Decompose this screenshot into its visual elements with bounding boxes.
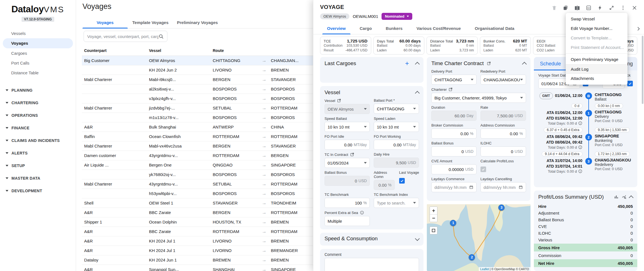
calendar-icon[interactable] xyxy=(518,185,523,189)
field-tc-benchmark-index[interactable]: Type to search. xyxy=(374,198,419,208)
collapse-pnl-icon[interactable] xyxy=(629,195,633,200)
external-link-icon[interactable] xyxy=(350,152,354,157)
tab-schedule[interactable]: Schedule xyxy=(534,57,567,70)
field-speed-laden[interactable]: 10 kn 10 mt xyxy=(374,122,419,132)
line-chart-icon[interactable] xyxy=(622,194,627,199)
expand-speed-consumption-icon[interactable] xyxy=(415,236,420,241)
field-cve-amount[interactable]: 0.00000USD xyxy=(431,164,476,174)
copy-icon[interactable] xyxy=(563,5,569,11)
sidebar-item-port-calls[interactable]: Port Calls xyxy=(0,58,76,68)
search-field[interactable] xyxy=(87,34,158,39)
sidebar-item-cargoes[interactable]: Cargoes xyxy=(0,48,76,58)
field-fo-port-working[interactable]: 0.00MT/day xyxy=(374,140,419,150)
app-root: DataloyVMS V7.12.0-STAGING VesselsVoyage… xyxy=(0,0,644,271)
sidebar-section-claims-and-incidents[interactable]: CLAIMS AND INCIDENTS xyxy=(0,134,76,147)
collapse-last-cargoes-icon[interactable] xyxy=(415,62,420,66)
cell-vessel: yk7680i2oj-v... xyxy=(147,172,210,177)
cell-route-from: CHITTAGONG xyxy=(210,58,257,63)
panel-scrollbar[interactable] xyxy=(642,36,643,104)
close-icon[interactable] xyxy=(632,5,637,11)
collapse-vessel-icon[interactable] xyxy=(415,91,420,96)
summary-card-distance-total: Distance Total3,723 nmBallast0 nmLaden3,… xyxy=(427,37,478,54)
tab-preliminary-voyages[interactable]: Preliminary Voyages xyxy=(173,17,222,28)
info-icon[interactable] xyxy=(360,210,364,215)
info-icon[interactable] xyxy=(578,169,583,173)
leaflet-link[interactable]: Leaflet xyxy=(480,267,489,271)
timeline-node-B[interactable]: B xyxy=(585,92,592,99)
tabs-more-icon[interactable] xyxy=(636,26,641,32)
field-address-commission[interactable]: 0.00% xyxy=(480,129,526,139)
menu-item-attachments[interactable]: Attachments xyxy=(566,74,628,83)
field-redelivery-port[interactable]: CHANGJIANGKOU xyxy=(480,75,526,85)
cell-route-from: LIVORNO xyxy=(210,248,257,253)
kebab-menu-icon[interactable] xyxy=(620,5,626,11)
timeline-node-2[interactable]: 2 xyxy=(585,134,592,141)
field-speed-ballast[interactable]: 10 kn 10 mt xyxy=(325,122,370,132)
map-zoom-out-button[interactable]: − xyxy=(430,214,437,222)
tab-template-voyages[interactable]: Template Voyages xyxy=(128,17,173,28)
pnl-label: Gross Hire xyxy=(538,245,560,250)
tab-bunkers[interactable]: Bunkers xyxy=(379,23,409,34)
lock-checkbox[interactable] xyxy=(627,81,633,86)
tab-voyages[interactable]: Voyages xyxy=(82,17,128,28)
field-charterer[interactable]: Big Customer, Charterer, 45999, Tokyo xyxy=(431,93,526,103)
timeline-node-3[interactable]: 3 xyxy=(585,158,592,165)
external-link-icon[interactable] xyxy=(337,98,341,103)
sidebar-section-development[interactable]: DEVELOPMENT xyxy=(0,184,76,197)
status-dropdown[interactable]: Nominated xyxy=(382,13,412,20)
summary-card-title: EEOI xyxy=(537,39,545,43)
expand-icon[interactable] xyxy=(609,5,614,11)
sidebar-item-vessels[interactable]: Vessels xyxy=(0,28,76,38)
menu-item-audit-log[interactable]: Audit Log xyxy=(566,64,628,74)
external-link-icon[interactable] xyxy=(448,87,453,92)
compare-icon[interactable] xyxy=(574,5,580,11)
sidebar-item-voyages[interactable]: Voyages xyxy=(3,38,73,48)
sidebar-section-planning[interactable]: PLANNING xyxy=(0,84,76,96)
sidebar-section-setup[interactable]: SETUP xyxy=(0,159,76,172)
pdf-icon[interactable]: PDF xyxy=(586,5,591,11)
pnl-label: Commission xyxy=(538,253,562,258)
field-tc-benchmark[interactable]: 100% xyxy=(325,198,370,208)
calendar-icon[interactable] xyxy=(469,185,473,189)
field-laydays-commence[interactable]: dd/mm/yy hh:mm xyxy=(431,182,476,192)
field-ballast-bonus[interactable]: 0USD xyxy=(431,146,476,156)
tab-cargo[interactable]: Cargo xyxy=(353,23,379,34)
search-input[interactable] xyxy=(84,31,167,42)
lightning-icon[interactable] xyxy=(597,5,603,11)
tab-organisational-data[interactable]: Organisational Data xyxy=(468,23,521,34)
sidebar-section-chartering[interactable]: CHARTERING xyxy=(0,96,76,109)
map-zoom-in-button[interactable]: + xyxy=(430,207,437,214)
comment-input[interactable] xyxy=(325,258,419,271)
field-ilohc[interactable]: 0USD xyxy=(480,146,526,156)
route-arrow-icon: → xyxy=(257,219,269,225)
collapse-tcc-icon[interactable] xyxy=(522,62,527,66)
sidebar-section-finance[interactable]: FINANCE xyxy=(0,122,76,134)
field-broker-commission[interactable]: 0.00% xyxy=(431,129,476,139)
sidebar-section-master-data[interactable]: MASTER DATA xyxy=(0,172,76,184)
info-icon[interactable] xyxy=(578,145,583,149)
checkbox-last-voyage[interactable] xyxy=(399,178,405,184)
tab-overview[interactable]: Overview xyxy=(320,23,353,34)
field-delivery-port[interactable]: CHITTAGONG xyxy=(431,75,476,85)
menu-item-edit-voyage-number[interactable]: Edit Voyage Number... xyxy=(566,24,628,33)
field-percent-extra-at-sea[interactable]: Multiple xyxy=(325,216,370,226)
tab-various-cost-revenue[interactable]: Various Cost/Revenue xyxy=(409,23,468,34)
map-fullscreen-button[interactable] xyxy=(430,227,437,234)
info-icon[interactable] xyxy=(578,121,583,125)
bar-chart-icon[interactable] xyxy=(614,194,619,199)
route-map[interactable]: 1 2 3 + − Leaflet | © OpenStreetMap © CA… xyxy=(427,204,530,271)
add-cargo-button[interactable]: + xyxy=(405,61,409,66)
timeline-node-1[interactable]: 1 xyxy=(585,110,592,117)
menu-item-swap-vessel[interactable]: Swap Vessel xyxy=(566,14,628,24)
field-ballast-port[interactable]: CHITTAGONG xyxy=(374,104,419,114)
field-laydays-cancelling[interactable]: dd/mm/yy hh:mm xyxy=(480,182,526,192)
sidebar-section-operations[interactable]: OPERATIONS xyxy=(0,109,76,122)
sidebar-item-distance-table[interactable]: Distance Table xyxy=(0,68,76,78)
tab-schedule-sibling[interactable]: ng xyxy=(627,57,633,70)
sidebar-section-alerts[interactable]: ALERTS xyxy=(0,147,76,159)
field-fo-port-idle[interactable]: 0.00MT/day xyxy=(325,140,370,150)
field-tc-in-contract[interactable]: 01/05/2024 xyxy=(325,158,370,168)
summary-card-row: Ballast0 MT xyxy=(484,43,527,48)
menu-item-open-preliminary-voyage[interactable]: Open Preliminary Voyage xyxy=(566,55,628,64)
external-link-icon[interactable] xyxy=(487,61,491,66)
